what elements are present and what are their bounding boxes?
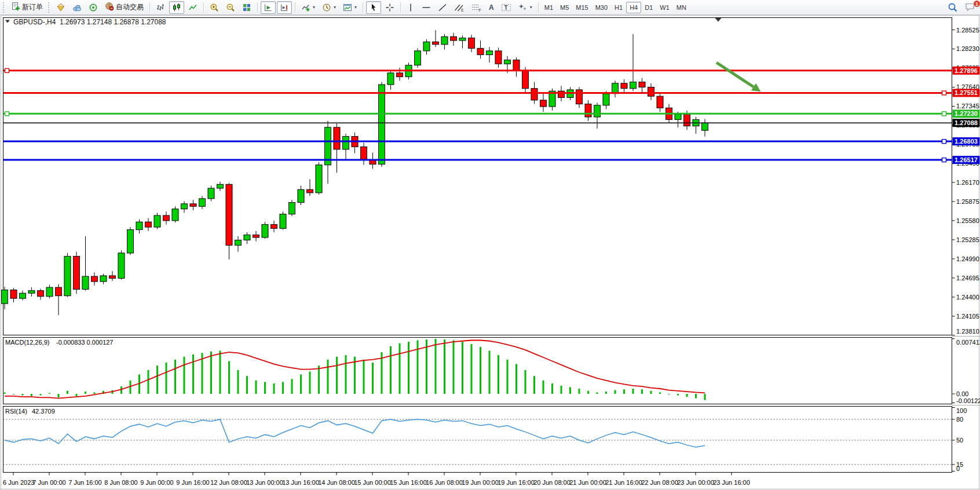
candle-body (415, 51, 421, 65)
chart-ohlc-values: 1.26973 1.27148 1.26878 1.27088 (60, 18, 166, 26)
price-label-box: 1.27230 (953, 109, 980, 118)
macd-bar (255, 381, 257, 394)
new-order-button[interactable]: 新订单 (8, 1, 46, 14)
macd-bar (13, 394, 14, 394)
line-chart-button[interactable] (185, 1, 200, 14)
vertical-line-icon (407, 3, 415, 12)
macd-bar (471, 344, 473, 394)
line-handle[interactable] (942, 91, 946, 95)
indicators-button[interactable]: ▾ (298, 1, 318, 14)
timeframe-m1[interactable]: M1 (541, 2, 557, 13)
timeframe-h4[interactable]: H4 (626, 2, 641, 13)
svg-text:1.27088: 1.27088 (955, 119, 978, 126)
tile-windows-button[interactable] (239, 1, 254, 14)
cursor-button[interactable] (366, 1, 381, 14)
time-label: 20 Jun 08:00 (533, 479, 571, 486)
arrows-tool[interactable]: ▾ (515, 1, 535, 14)
macd-bar (363, 360, 365, 394)
price-chart[interactable]: 1.285251.282301.279351.276401.273451.270… (0, 0, 980, 490)
gold-badge-button[interactable] (53, 1, 68, 14)
time-label: 13 Jun 16:00 (282, 479, 319, 486)
candle-body (477, 48, 484, 54)
price-tick-label: 1.24695 (956, 275, 979, 281)
time-label: 7 Jun 16:00 (68, 479, 102, 486)
chart-shift-button[interactable] (277, 1, 292, 14)
timeframe-m15[interactable]: M15 (572, 2, 591, 13)
macd-bar (94, 392, 96, 394)
macd-bar (569, 387, 571, 394)
templates-button[interactable]: ▾ (340, 1, 360, 14)
auto-scroll-button[interactable] (261, 1, 276, 14)
candle-body (10, 290, 17, 299)
candle-body (226, 184, 232, 245)
candle-body (495, 51, 502, 64)
price-tick-label: 1.25875 (956, 198, 979, 205)
bar-chart-icon (156, 3, 165, 12)
macd-bar (632, 389, 634, 394)
vertical-line-tool[interactable] (404, 1, 418, 14)
price-tick-label: 1.24400 (956, 294, 979, 301)
equidistant-channel-tool[interactable]: E (451, 1, 467, 14)
timeframe-m30[interactable]: M30 (592, 2, 611, 13)
text-tool[interactable]: A (486, 1, 497, 14)
community-button[interactable] (70, 1, 85, 14)
trendline-tool[interactable] (435, 1, 450, 14)
candle-body (307, 189, 313, 193)
signals-button[interactable] (86, 1, 101, 14)
macd-bar (148, 370, 149, 394)
time-label: 9 Jun 00:00 (140, 479, 174, 486)
candle-body (334, 127, 340, 149)
line-handle[interactable] (942, 140, 946, 144)
new-order-label: 新订单 (22, 2, 43, 12)
timeframe-d1[interactable]: D1 (641, 2, 656, 13)
rsi-label: RSI(14) (5, 408, 27, 415)
macd-bar (561, 386, 562, 394)
rsi-tick-label: 0 (956, 465, 960, 472)
macd-bar (579, 389, 580, 394)
candle-body (433, 42, 439, 44)
time-label: 8 Jun 08:00 (104, 479, 138, 486)
horizontal-line-tool[interactable] (419, 1, 434, 14)
candle-body (603, 94, 609, 105)
toolbar-separator (538, 2, 539, 13)
candle-body (56, 287, 62, 296)
candle-body (558, 91, 565, 97)
periods-button[interactable]: ▾ (319, 1, 339, 14)
timeframe-m5[interactable]: M5 (557, 2, 572, 13)
toolbar-grip[interactable] (3, 2, 6, 13)
label-tool[interactable]: T (498, 1, 514, 14)
timeframe-mn[interactable]: MN (673, 2, 690, 13)
candle-body (20, 293, 26, 298)
line-handle[interactable] (5, 68, 9, 72)
price-label-box: 1.26803 (953, 137, 980, 145)
zoom-in-button[interactable] (207, 1, 222, 14)
toolbar-grip[interactable] (48, 2, 51, 13)
auto-trading-button[interactable]: 自动交易 (102, 1, 147, 14)
line-handle[interactable] (942, 158, 946, 162)
timeframe-w1[interactable]: W1 (656, 2, 673, 13)
candle-body (630, 82, 637, 89)
trendline-icon (438, 3, 447, 12)
macd-bar (677, 394, 679, 396)
crosshair-button[interactable] (382, 1, 397, 14)
macd-bar (220, 350, 221, 394)
macd-bar (49, 393, 50, 394)
dropdown-caret: ▾ (530, 5, 532, 10)
candle-body (163, 215, 170, 221)
search-icon (948, 2, 958, 13)
candle-body (451, 36, 457, 41)
line-handle[interactable] (5, 112, 9, 116)
bar-chart-button[interactable] (153, 1, 168, 14)
search-button[interactable] (945, 1, 961, 14)
line-chart-icon (188, 3, 198, 12)
candle-body (271, 225, 277, 229)
template-icon (343, 3, 352, 12)
line-handle[interactable] (942, 112, 946, 116)
timeframe-h1[interactable]: H1 (611, 2, 626, 13)
svg-text:E: E (461, 8, 464, 12)
zoom-out-button[interactable] (223, 1, 238, 14)
candlestick-chart-button[interactable] (169, 1, 184, 14)
notification-badge[interactable]: 1 (973, 0, 980, 8)
fibonacci-tool[interactable]: F (469, 1, 485, 14)
candle-body (343, 137, 349, 149)
